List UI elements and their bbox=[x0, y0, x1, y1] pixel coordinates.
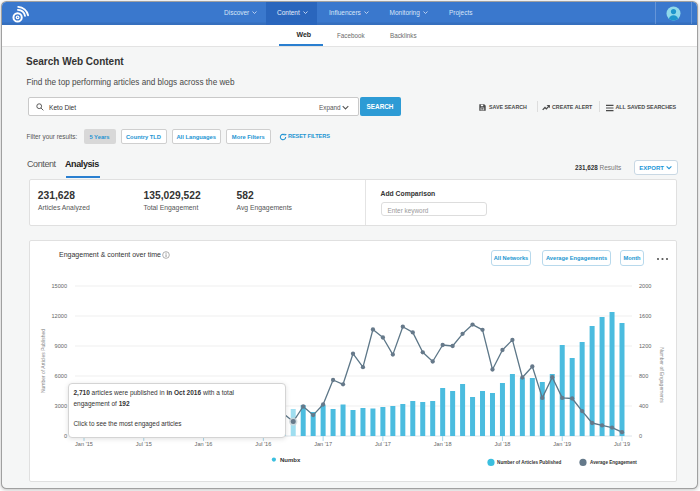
svg-text:Average Engagement: Average Engagement bbox=[590, 460, 637, 465]
svg-text:Number of Engagements: Number of Engagements bbox=[659, 347, 665, 403]
svg-text:Jul '16: Jul '16 bbox=[255, 441, 271, 447]
svg-text:800: 800 bbox=[639, 373, 648, 379]
svg-text:Jan '18: Jan '18 bbox=[433, 441, 451, 447]
svg-text:Jan '15: Jan '15 bbox=[75, 441, 93, 447]
svg-text:400: 400 bbox=[639, 403, 648, 409]
svg-text:Number of Articles Published: Number of Articles Published bbox=[497, 460, 561, 465]
svg-text:Jul '17: Jul '17 bbox=[374, 441, 390, 447]
svg-text:6000: 6000 bbox=[54, 373, 66, 379]
svg-text:Number of Articles Published: Number of Articles Published bbox=[40, 329, 46, 393]
svg-text:Jul '18: Jul '18 bbox=[494, 441, 510, 447]
svg-text:0: 0 bbox=[63, 433, 66, 439]
svg-text:15000: 15000 bbox=[51, 283, 67, 289]
svg-text:12000: 12000 bbox=[51, 313, 67, 319]
svg-text:Jul '19: Jul '19 bbox=[614, 441, 630, 447]
svg-text:3000: 3000 bbox=[54, 403, 66, 409]
svg-text:9000: 9000 bbox=[54, 343, 66, 349]
svg-text:Numbx: Numbx bbox=[279, 457, 300, 463]
svg-text:0: 0 bbox=[639, 433, 642, 439]
svg-text:Jul '15: Jul '15 bbox=[135, 441, 151, 447]
svg-text:Jan '16: Jan '16 bbox=[194, 441, 212, 447]
svg-text:1600: 1600 bbox=[639, 313, 651, 319]
svg-text:2000: 2000 bbox=[639, 283, 651, 289]
svg-text:Jan '19: Jan '19 bbox=[553, 441, 571, 447]
svg-text:1200: 1200 bbox=[639, 343, 651, 349]
svg-text:Jan '17: Jan '17 bbox=[314, 441, 332, 447]
